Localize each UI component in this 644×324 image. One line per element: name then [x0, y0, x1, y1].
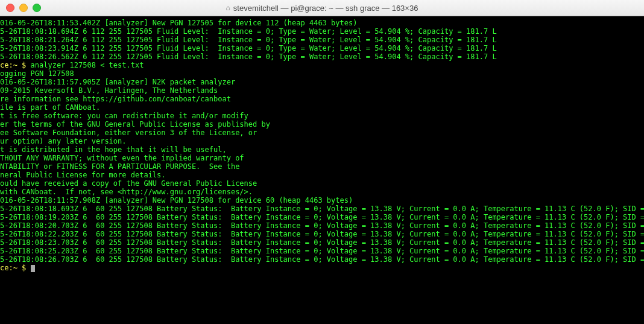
terminal-line: 5-26T18:08:25.203Z 6 60 255 127508 Batte… — [0, 247, 644, 255]
terminal-line: 016-05-26T18:11:53.402Z [analyzer] New P… — [0, 19, 644, 27]
terminal-line: ould have received a copy of the GNU Gen… — [0, 179, 644, 188]
minimize-icon[interactable] — [19, 4, 28, 12]
terminal-body[interactable]: 016-05-26T18:11:53.402Z [analyzer] New P… — [0, 16, 644, 324]
terminal-prompt-line: ce:~ $ — [0, 264, 644, 272]
terminal-line: 5-26T18:08:18.693Z 6 60 255 127508 Batte… — [0, 205, 644, 213]
terminal-line: 5-26T18:08:22.203Z 6 60 255 127508 Batte… — [0, 230, 644, 238]
close-icon[interactable] — [6, 4, 14, 12]
terminal-line: 5-26T18:08:26.703Z 6 60 255 127508 Batte… — [0, 255, 644, 264]
terminal-line: 016-05-26T18:11:57.908Z [analyzer] New P… — [0, 196, 644, 205]
zoom-icon[interactable] — [33, 4, 41, 12]
traffic-lights — [0, 4, 41, 12]
terminal-prompt: ce:~ $ — [0, 61, 31, 69]
terminal-line: ogging PGN 127508 — [0, 69, 644, 78]
terminal-line: er the terms of the GNU General Public L… — [0, 120, 644, 129]
window-title: ⌂ stevemitchell — pi@grace: ~ — ssh grac… — [0, 4, 644, 13]
terminal-prompt: ce:~ $ — [0, 264, 31, 272]
terminal-line: 016-05-26T18:11:57.905Z [analyzer] N2K p… — [0, 78, 644, 86]
terminal-line: 5-26T18:08:20.703Z 6 60 255 127508 Batte… — [0, 221, 644, 230]
terminal-line: 5-26T18:08:18.694Z 6 112 255 127505 Flui… — [0, 27, 644, 36]
terminal-line: neral Public License for more details. — [0, 171, 644, 179]
titlebar: ⌂ stevemitchell — pi@grace: ~ — ssh grac… — [0, 0, 644, 16]
terminal-line: ee Software Foundation, either version 3… — [0, 129, 644, 137]
terminal-line: 09-2015 Keversoft B.V., Harlingen, The N… — [0, 86, 644, 95]
terminal-command: analyzer 127508 < test.txt — [31, 61, 144, 69]
terminal-line: 5-26T18:08:23.914Z 6 112 255 127505 Flui… — [0, 44, 644, 52]
terminal-prompt-line: ce:~ $ analyzer 127508 < test.txt — [0, 61, 644, 69]
window-title-text: stevemitchell — pi@grace: ~ — ssh grace … — [233, 4, 418, 13]
terminal-line: ile is part of CANboat. — [0, 103, 644, 112]
terminal-line: ur option) any later version. — [0, 137, 644, 145]
terminal-line: re information see https://github.com/ca… — [0, 95, 644, 103]
cursor-icon — [31, 265, 35, 272]
terminal-window: ⌂ stevemitchell — pi@grace: ~ — ssh grac… — [0, 0, 644, 324]
home-icon: ⌂ — [226, 4, 230, 12]
terminal-line: with CANboat. If not, see <http://www.gn… — [0, 188, 644, 196]
terminal-line: NTABILITY or FITNESS FOR A PARTICULAR PU… — [0, 162, 644, 171]
terminal-line: t is distributed in the hope that it wil… — [0, 145, 644, 154]
terminal-line: THOUT ANY WARRANTY; without even the imp… — [0, 154, 644, 162]
terminal-line: 5-26T18:08:19.203Z 6 60 255 127508 Batte… — [0, 213, 644, 221]
terminal-line: 5-26T18:08:26.562Z 6 112 255 127505 Flui… — [0, 52, 644, 61]
terminal-line: 5-26T18:08:21.264Z 6 112 255 127505 Flui… — [0, 36, 644, 44]
terminal-line: t is free software: you can redistribute… — [0, 112, 644, 120]
terminal-line: 5-26T18:08:23.703Z 6 60 255 127508 Batte… — [0, 238, 644, 247]
